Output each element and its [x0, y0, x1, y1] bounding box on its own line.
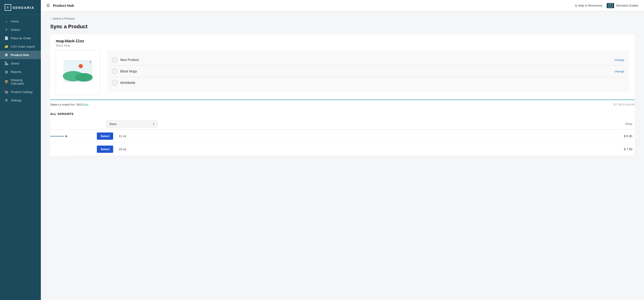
help-label: Help & Resources: [578, 4, 602, 7]
sidebar-item-label: Place an Order: [11, 37, 31, 40]
orders-icon: ≡: [4, 28, 8, 32]
variant-price-15oz: $ 7.90: [624, 147, 635, 151]
sidebar-item-home[interactable]: ⌂ Home: [0, 17, 41, 26]
variant-size-15oz: 15 oz: [119, 147, 126, 151]
logo: S SENSARIA: [5, 4, 36, 11]
sidebar-item-settings[interactable]: ⚙ Settings: [0, 96, 41, 104]
help-resources-link[interactable]: ℹ Help & Resources: [576, 4, 602, 8]
svg-text:?: ?: [89, 61, 92, 65]
svg-rect-1: [64, 61, 92, 73]
sidebar-logo: S SENSARIA: [0, 0, 41, 15]
settings-icon: ⚙: [4, 98, 8, 102]
back-arrow-icon: ‹: [50, 17, 51, 20]
sizes-label: Sizes: [109, 122, 117, 126]
sidebar-item-label: Reports: [11, 70, 22, 74]
panel-row-label-new-product: New Product: [120, 58, 139, 62]
place-order-icon: 📄: [4, 36, 8, 40]
check-icon-worldwide: ✓: [112, 80, 117, 85]
shipping-icon: 📦: [4, 80, 8, 84]
arrow-indicator: [50, 135, 68, 137]
product-hub-icon: ⊞: [4, 53, 8, 57]
sku-skip-link[interactable]: Skip: [82, 103, 88, 106]
panel-row-label-worldwide: Worldwide: [120, 81, 135, 85]
home-icon: ⌂: [4, 19, 8, 23]
table-row: Select 15 oz $ 7.90: [69, 143, 635, 156]
csv-icon: 📁: [4, 45, 8, 48]
guides-logo: S: [607, 3, 614, 8]
change-link-new-product[interactable]: change: [614, 58, 624, 62]
sizes-dropdown[interactable]: Sizes ▾: [106, 120, 158, 127]
product-layout: ? ✓ New Product change: [56, 51, 629, 95]
sidebar-item-label: Product Catalog: [11, 90, 32, 94]
menu-icon[interactable]: ☰: [46, 3, 50, 8]
check-icon-new-product: ✓: [112, 57, 117, 63]
svg-point-2: [79, 64, 83, 68]
page-content: ‹ Select a Product Sync a Product mug-bl…: [41, 11, 644, 300]
product-image-svg: ?: [62, 58, 94, 88]
product-right-panel: ✓ New Product change ✓ Black Mugs change: [107, 51, 629, 92]
product-sku: mug-black-11oz: [56, 39, 629, 43]
product-section: mug-black-11oz Black Mug: [50, 34, 635, 99]
sidebar-item-place-an-order[interactable]: 📄 Place an Order: [0, 34, 41, 42]
product-subtitle: Black Mug: [56, 44, 629, 47]
logo-box: S: [5, 4, 11, 11]
topbar-left: ☰ Product Hub: [46, 3, 74, 8]
page-title: Sync a Product: [50, 24, 635, 30]
sidebar-item-product-hub[interactable]: ⊞ Product Hub: [0, 51, 41, 59]
panel-row-label-black-mugs: Black Mugs: [120, 69, 137, 73]
arrow-head-icon: [66, 135, 68, 137]
sku-label: Select a match for: SKU: [50, 103, 82, 106]
sidebar-item-label: Settings: [11, 99, 22, 102]
sidebar-item-csv-order-import[interactable]: 📁 CSV Order Import: [0, 42, 41, 51]
breadcrumb[interactable]: ‹ Select a Product: [50, 17, 635, 20]
sidebar-item-label: Shipping Calculator: [11, 78, 37, 85]
topbar-right: ℹ Help & Resources S Sensaria Guides: [576, 3, 638, 8]
sidebar-item-stores[interactable]: 🏪 Stores: [0, 59, 41, 68]
reports-icon: ▤: [4, 70, 8, 74]
panel-row-new-product: ✓ New Product change: [112, 54, 624, 66]
change-link-black-mugs[interactable]: change: [614, 70, 624, 73]
sidebar-item-orders[interactable]: ≡ Orders: [0, 26, 41, 34]
product-image-box: ?: [56, 51, 100, 95]
sku-count: 0/1 SKUs synced: [613, 103, 635, 106]
catalog-icon: 📚: [4, 90, 8, 94]
panel-row-left-2: ✓ Black Mugs: [112, 68, 137, 74]
main-wrapper: ☰ Product Hub ℹ Help & Resources S Sensa…: [41, 0, 644, 300]
select-button-15oz[interactable]: Select: [97, 145, 113, 153]
table-row: Select 11 oz $ 6.90: [69, 130, 635, 143]
stores-icon: 🏪: [4, 61, 8, 65]
check-icon-black-mugs: ✓: [112, 68, 117, 74]
variants-section: ALL VARIANTS Sizes ▾ Price Select 11 oz: [50, 108, 635, 156]
variant-size-11oz: 11 oz: [119, 134, 126, 138]
sidebar-item-label: Stores: [11, 62, 20, 65]
svg-point-4: [75, 73, 93, 82]
sidebar-item-label: Product Hub: [11, 53, 29, 57]
breadcrumb-label: Select a Product: [52, 17, 75, 20]
variants-title: ALL VARIANTS: [50, 112, 635, 116]
panel-row-black-mugs: ✓ Black Mugs change: [112, 66, 624, 77]
sidebar-item-label: Orders: [11, 28, 20, 32]
topbar: ☰ Product Hub ℹ Help & Resources S Sensa…: [41, 0, 644, 11]
arrow-line: [50, 136, 64, 136]
panel-row-left: ✓ New Product: [112, 57, 139, 63]
sidebar-nav: ⌂ Home ≡ Orders 📄 Place an Order 📁 CSV O…: [0, 15, 41, 300]
variants-header-row: Sizes ▾ Price: [50, 119, 635, 130]
sku-label-area: Select a match for: SKUSkip: [50, 102, 88, 106]
sidebar-item-reports[interactable]: ▤ Reports: [0, 68, 41, 76]
product-image-inner: ?: [62, 58, 94, 88]
price-col-header: Price: [625, 122, 635, 126]
sidebar-item-shipping-calculator[interactable]: 📦 Shipping Calculator: [0, 76, 41, 88]
select-button-11oz[interactable]: Select: [97, 132, 113, 140]
sensaria-guides-link[interactable]: S Sensaria Guides: [607, 3, 638, 8]
topbar-title: Product Hub: [53, 4, 74, 8]
variant-price-11oz: $ 6.90: [624, 134, 635, 138]
help-icon: ℹ: [576, 4, 576, 8]
sidebar-item-product-catalog[interactable]: 📚 Product Catalog: [0, 88, 41, 96]
panel-row-worldwide: ✓ Worldwide: [112, 77, 624, 88]
chevron-down-icon: ▾: [153, 122, 154, 125]
guides-label: Sensaria Guides: [616, 4, 638, 7]
sidebar-item-label: CSV Order Import: [11, 45, 35, 48]
sidebar-item-label: Home: [11, 20, 19, 23]
sku-bar: Select a match for: SKUSkip 0/1 SKUs syn…: [50, 99, 635, 108]
sidebar: S SENSARIA ⌂ Home ≡ Orders 📄 Place an Or…: [0, 0, 41, 300]
